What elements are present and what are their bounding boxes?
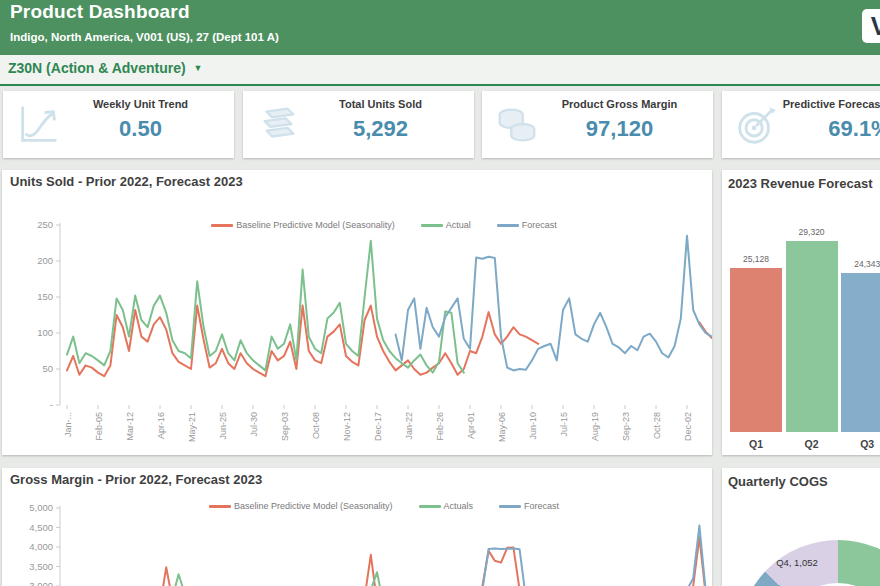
y-axis-label: 100 xyxy=(37,327,53,338)
page-subtitle: Indigo, North America, V001 (US), 27 (De… xyxy=(10,31,279,43)
caret-down-icon: ▼ xyxy=(194,63,203,73)
x-tick-label: Feb-26 xyxy=(435,412,445,441)
filter-bar: Z30N (Action & Adventure) ▼ xyxy=(0,55,880,86)
x-tick-label: Jun-10 xyxy=(528,412,538,440)
dashboard-root: Product Dashboard Indigo, North America,… xyxy=(0,0,880,586)
kpi-value: 69.1% xyxy=(770,116,880,142)
chart-card-units-sold: Units Sold - Prior 2022, Forecast 2023 B… xyxy=(2,170,712,455)
y-axis-label: 250 xyxy=(37,219,53,230)
x-tick-label: Jun-25 xyxy=(218,412,228,440)
x-tick-label: May-06 xyxy=(497,412,507,442)
bar-q1 xyxy=(730,268,782,432)
x-tick-label: Nov-12 xyxy=(342,412,352,441)
x-tick-label: May-21 xyxy=(187,412,197,442)
bar-chart-revenue-forecast: 25,128Q129,320Q224,343Q3 xyxy=(722,170,880,455)
kpi-label: Product Gross Margin xyxy=(530,98,709,110)
kpi-value: 5,292 xyxy=(291,116,470,142)
kpi-value: 97,120 xyxy=(530,116,709,142)
bar-category-label: Q3 xyxy=(837,438,880,450)
x-tick-label: Jan-22 xyxy=(404,412,414,440)
x-tick-label: Dec-02 xyxy=(683,412,693,441)
x-tick-label: Dec-17 xyxy=(373,412,383,441)
x-tick-label: Jan-... xyxy=(63,412,73,437)
y-axis-label: 200 xyxy=(37,255,53,266)
x-tick-label: Jul-30 xyxy=(249,412,259,437)
app-header: Product Dashboard Indigo, North America,… xyxy=(0,0,880,55)
line-chart-units-sold: 25020015010050-Jan-...Feb-05Mar-12Apr-16… xyxy=(2,170,712,455)
kpi-value: 0.50 xyxy=(51,116,230,142)
kpi-label: Total Units Sold xyxy=(291,98,470,110)
product-filter-label: Z30N (Action & Adventure) xyxy=(8,60,186,76)
y-axis-label: 4,000 xyxy=(29,541,53,552)
chart-card-gross-margin: Gross Margin - Prior 2022, Forecast 2023… xyxy=(2,468,712,586)
bar-category-label: Q1 xyxy=(726,438,786,450)
x-tick-label: Sep-23 xyxy=(621,412,631,441)
y-axis-label: 3,000 xyxy=(29,580,53,586)
kpi-card-weekly-unit-trend: Weekly Unit Trend 0.50 xyxy=(3,91,234,158)
x-tick-label: Jul-15 xyxy=(559,412,569,437)
series-line xyxy=(67,306,712,377)
x-tick-label: Apr-01 xyxy=(466,412,476,439)
series-line xyxy=(67,572,464,586)
y-axis-label: 150 xyxy=(37,291,53,302)
kpi-card-total-units-sold: Total Units Sold 5,292 xyxy=(243,91,474,158)
y-axis-label: 5,000 xyxy=(29,502,53,513)
bar-q2 xyxy=(786,241,838,432)
bar-value-label: 24,343 xyxy=(837,259,880,269)
y-axis-label: - xyxy=(50,399,53,410)
x-tick-label: Sep-03 xyxy=(280,412,290,441)
chart-title: Quarterly COGS xyxy=(728,474,828,489)
x-tick-label: Apr-16 xyxy=(156,412,166,439)
y-axis-label: 4,500 xyxy=(29,522,53,533)
bar-q3 xyxy=(841,273,880,432)
logo-letter: V xyxy=(871,12,880,41)
chart-card-revenue-forecast: 2023 Revenue Forecast 25,128Q129,320Q224… xyxy=(722,170,880,455)
product-filter-dropdown[interactable]: Z30N (Action & Adventure) ▼ xyxy=(8,60,202,76)
line-chart-gross-margin: 5,0004,5004,0003,5003,000 xyxy=(2,468,712,586)
bar-value-label: 25,128 xyxy=(726,254,786,264)
app-logo: V xyxy=(862,9,880,43)
x-tick-label: Feb-05 xyxy=(94,412,104,441)
series-line xyxy=(396,236,712,371)
y-axis-label: 3,500 xyxy=(29,561,53,572)
kpi-card-forecast-accuracy: Predictive Forecast Accuracy 69.1% xyxy=(722,91,880,158)
x-tick-label: Aug-19 xyxy=(590,412,600,441)
bar-value-label: 29,320 xyxy=(782,227,842,237)
y-axis-label: 50 xyxy=(42,363,53,374)
donut-slice-label: Q4, 1,052 xyxy=(776,557,818,568)
x-tick-label: Oct-28 xyxy=(652,412,662,439)
bar-category-label: Q2 xyxy=(782,438,842,450)
kpi-label: Predictive Forecast Accuracy xyxy=(770,98,880,110)
x-tick-label: Oct-08 xyxy=(311,412,321,439)
series-line xyxy=(396,526,712,586)
series-line xyxy=(67,537,706,586)
series-line xyxy=(67,241,464,373)
page-title: Product Dashboard xyxy=(10,1,190,23)
x-tick-label: Mar-12 xyxy=(125,412,135,441)
kpi-label: Weekly Unit Trend xyxy=(51,98,230,110)
chart-card-quarterly-cogs: Quarterly COGS Q4, 1,052 xyxy=(722,468,880,586)
kpi-card-product-gross-margin: Product Gross Margin 97,120 xyxy=(482,91,713,158)
